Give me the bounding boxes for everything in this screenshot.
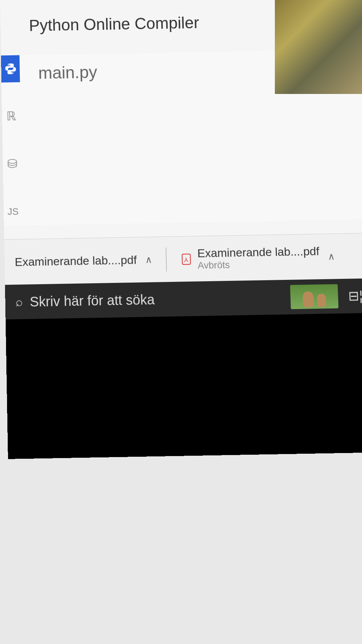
taskbar-search-placeholder[interactable]: Skriv här för att söka bbox=[29, 292, 155, 309]
language-sidebar: ℝ ⛁ JS bbox=[1, 55, 22, 226]
svg-text:人: 人 bbox=[184, 257, 189, 262]
database-icon: ⛁ bbox=[7, 157, 17, 171]
chevron-up-icon[interactable]: ∧ bbox=[328, 251, 335, 262]
kangaroo-icon bbox=[303, 292, 314, 307]
windows-taskbar[interactable]: ⌕ Skriv här för att söka ⊟¦ bbox=[5, 278, 362, 319]
download-filename: Examinerande lab....pdf bbox=[15, 253, 137, 268]
task-view-icon[interactable]: ⊟¦ bbox=[348, 288, 362, 304]
sidebar-item-js[interactable]: JS bbox=[3, 198, 22, 226]
download-status: Avbröts bbox=[197, 258, 320, 271]
screen-edge bbox=[6, 313, 362, 459]
python-icon bbox=[4, 62, 17, 76]
download-item[interactable]: 人 Examinerande lab....pdf Avbröts ∧ bbox=[173, 241, 342, 275]
js-icon: JS bbox=[7, 206, 19, 217]
downloads-bar: Examinerande lab....pdf ∧ 人 Examinerande… bbox=[4, 233, 362, 285]
download-item[interactable]: Examinerande lab....pdf ∧ bbox=[8, 249, 159, 273]
search-icon[interactable]: ⌕ bbox=[15, 295, 23, 309]
download-filename: Examinerande lab....pdf bbox=[197, 244, 319, 260]
kangaroo-icon bbox=[317, 294, 326, 307]
pdf-icon: 人 bbox=[180, 253, 192, 265]
separator bbox=[166, 247, 167, 271]
desktop-photo-background bbox=[275, 0, 362, 94]
sidebar-item-db[interactable]: ⛁ bbox=[3, 150, 22, 178]
sidebar-item-r[interactable]: ℝ bbox=[2, 102, 21, 130]
sidebar-item-python[interactable] bbox=[1, 55, 20, 82]
r-lang-icon: ℝ bbox=[6, 109, 16, 123]
chevron-up-icon[interactable]: ∧ bbox=[145, 254, 153, 265]
taskbar-right: ⊟¦ bbox=[290, 284, 362, 309]
taskbar-widget[interactable] bbox=[290, 284, 339, 309]
